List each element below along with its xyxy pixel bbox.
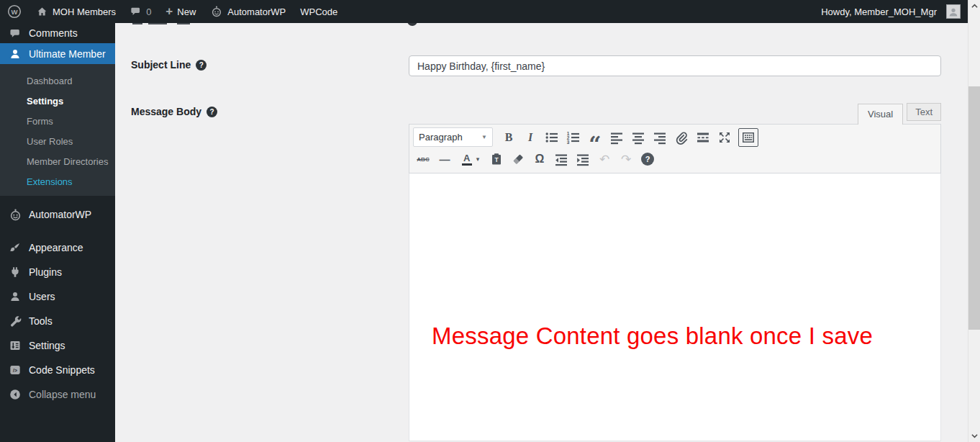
- automatorwp-menu[interactable]: AutomatorWP: [203, 0, 293, 23]
- insert-link-button[interactable]: [671, 128, 691, 147]
- avatar-silhouette-icon: [948, 6, 959, 18]
- sidebar-item-forms[interactable]: Forms: [0, 111, 115, 131]
- sidebar-item-settings-current[interactable]: Settings: [0, 91, 115, 111]
- sidebar-item-ultimate-member[interactable]: Ultimate Member: [0, 43, 115, 64]
- robot-icon: [210, 5, 223, 18]
- fullscreen-icon: [717, 130, 732, 145]
- indent-icon: [576, 152, 590, 166]
- clear-formatting-button[interactable]: [508, 150, 528, 168]
- tab-text[interactable]: Text: [907, 103, 941, 121]
- bullet-list-icon: [545, 130, 559, 145]
- sidebar-item-label: Comments: [29, 27, 78, 39]
- wordpress-logo-icon: W: [7, 4, 22, 19]
- outdent-button[interactable]: [551, 150, 571, 168]
- help-icon[interactable]: ?: [207, 107, 217, 117]
- editor-help-button[interactable]: ?: [638, 150, 658, 168]
- redo-button[interactable]: ↷: [616, 150, 636, 168]
- tab-visual[interactable]: Visual: [858, 104, 903, 125]
- bold-icon: B: [505, 131, 513, 144]
- message-body-label: Message Body: [131, 106, 201, 117]
- subject-line-label-row: Subject Line ?: [131, 59, 207, 71]
- avatar: [946, 4, 961, 19]
- help-icon[interactable]: ?: [196, 60, 207, 71]
- fullscreen-button[interactable]: [714, 128, 735, 147]
- sidebar-item-users[interactable]: Users: [0, 284, 115, 309]
- settings-content: Subject Line ? Message Body ? Visual Tex…: [115, 23, 968, 442]
- italic-button[interactable]: I: [520, 128, 540, 147]
- scrollbar-thumb[interactable]: [968, 86, 980, 330]
- sidebar-item-label: Code Snippets: [29, 364, 95, 376]
- read-more-button[interactable]: [693, 128, 713, 147]
- text-color-button[interactable]: A ▾: [456, 150, 485, 168]
- toolbar-toggle-icon: [741, 130, 756, 145]
- align-left-icon: [609, 130, 624, 145]
- format-select[interactable]: Paragraph ▼: [413, 127, 493, 147]
- blockquote-button[interactable]: “: [585, 128, 605, 147]
- plugin-icon: [8, 266, 22, 279]
- wordpress-logo-menu[interactable]: W: [0, 0, 29, 23]
- admin-bar-left: W MOH Members 0 + New AutomatorWP WPCode: [0, 0, 345, 23]
- svg-text:W: W: [12, 8, 18, 16]
- sidebar-item-label: Tools: [29, 315, 53, 327]
- automatorwp-label: AutomatorWP: [227, 6, 286, 17]
- bold-button[interactable]: B: [499, 128, 519, 147]
- collapse-menu-button[interactable]: Collapse menu: [0, 382, 115, 407]
- new-content-menu[interactable]: + New: [158, 0, 203, 23]
- italic-icon: I: [528, 131, 532, 144]
- clipped-help-icon: [407, 23, 417, 26]
- site-name-menu[interactable]: MOH Members: [29, 0, 123, 23]
- chevron-down-icon: ▼: [481, 134, 487, 140]
- page-scrollbar[interactable]: [968, 0, 980, 442]
- code-icon: />: [8, 364, 22, 376]
- strikethrough-button[interactable]: ABC: [413, 150, 433, 168]
- svg-text:3: 3: [567, 140, 570, 145]
- sidebar-item-label: Dashboard: [27, 76, 73, 86]
- sidebar-item-label: User Roles: [27, 136, 73, 147]
- paste-as-text-button[interactable]: T: [486, 150, 507, 168]
- horizontal-rule-button[interactable]: —: [435, 150, 455, 168]
- robot-icon: [8, 208, 22, 222]
- align-center-icon: [631, 130, 645, 145]
- editor-tabs: Visual Text: [409, 104, 941, 124]
- sidebar-item-settings[interactable]: Settings: [0, 333, 115, 358]
- editor-content-area[interactable]: Message Content goes blank once I save: [409, 173, 941, 441]
- special-character-button[interactable]: Ω: [530, 150, 550, 168]
- align-left-button[interactable]: [607, 128, 627, 147]
- toolbar-toggle-button[interactable]: [738, 128, 758, 147]
- site-name: MOH Members: [53, 6, 116, 17]
- scroll-up-arrow[interactable]: [968, 0, 980, 12]
- account-menu[interactable]: Howdy, Member_MOH_Mgr: [814, 0, 968, 23]
- sidebar-item-label: Extensions: [27, 176, 73, 187]
- sidebar-item-plugins[interactable]: Plugins: [0, 260, 115, 284]
- horizontal-rule-icon: —: [440, 153, 450, 166]
- sidebar-item-extensions[interactable]: Extensions: [0, 171, 115, 191]
- comments-count: 0: [146, 6, 151, 17]
- paste-as-text-icon: T: [489, 152, 504, 166]
- plus-icon: +: [165, 5, 173, 17]
- sidebar-item-tools[interactable]: Tools: [0, 309, 115, 333]
- align-center-button[interactable]: [628, 128, 648, 147]
- comments-bubble-menu[interactable]: 0: [123, 0, 158, 23]
- sidebar-item-label: Settings: [27, 96, 63, 107]
- align-right-button[interactable]: [650, 128, 670, 147]
- sidebar-item-comments[interactable]: Comments: [0, 23, 115, 43]
- sidebar-item-label: Appearance: [29, 242, 83, 253]
- users-icon: [8, 290, 22, 303]
- sidebar-item-automatorwp[interactable]: AutomatorWP: [0, 203, 115, 226]
- sidebar-item-code-snippets[interactable]: /> Code Snippets: [0, 358, 115, 382]
- sidebar-item-user-roles[interactable]: User Roles: [0, 131, 115, 151]
- wpcode-menu[interactable]: WPCode: [293, 0, 345, 23]
- numbered-list-button[interactable]: 123: [563, 128, 584, 147]
- sidebar-item-member-directories[interactable]: Member Directories: [0, 151, 115, 171]
- sidebar-item-dashboard[interactable]: Dashboard: [0, 71, 115, 91]
- subject-line-input[interactable]: [409, 55, 941, 76]
- admin-bar-right: Howdy, Member_MOH_Mgr: [814, 0, 968, 23]
- outdent-icon: [554, 152, 568, 166]
- sidebar-item-label: Users: [29, 291, 55, 302]
- bullet-list-button[interactable]: [542, 128, 562, 147]
- read-more-icon: [696, 130, 710, 145]
- brush-icon: [8, 241, 22, 254]
- sidebar-item-appearance[interactable]: Appearance: [0, 235, 115, 260]
- sidebar-item-label: Ultimate Member: [29, 48, 106, 60]
- scroll-down-arrow[interactable]: [968, 430, 980, 442]
